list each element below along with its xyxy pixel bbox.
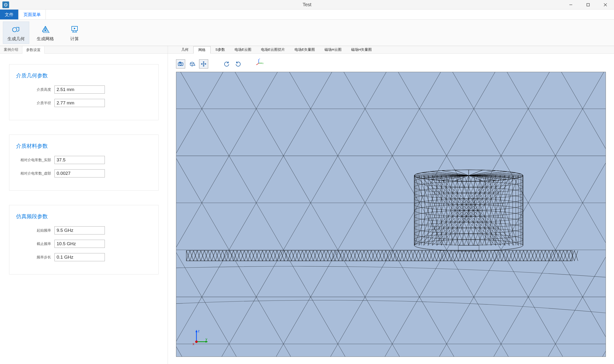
close-button[interactable] (597, 0, 614, 9)
param-label: 相对介电常数_实部 (16, 158, 55, 162)
param-row: 相对介电常数_虚部 (16, 169, 152, 177)
medium-height-input[interactable] (55, 86, 105, 94)
param-label: 起始频率 (16, 228, 55, 233)
pan-button[interactable] (199, 59, 208, 68)
viewer-tab-efield-slice[interactable]: 电场E云图切片 (256, 46, 290, 53)
left-tab-intro[interactable]: 案例介绍 (0, 46, 22, 53)
param-label: 频率步长 (16, 255, 55, 260)
menu-tab-page[interactable]: 页面菜单 (18, 10, 46, 19)
freq-step-input[interactable] (55, 253, 105, 261)
section-geometry: 介质几何参数 介质高度 介质半径 (9, 64, 159, 120)
minimize-button[interactable] (562, 0, 579, 9)
medium-radius-input[interactable] (55, 99, 105, 107)
viewer-body: z y x (168, 54, 614, 364)
window-controls (562, 0, 614, 9)
permittivity-real-input[interactable] (55, 156, 105, 164)
param-row: 起始频率 (16, 226, 152, 234)
ribbon-generate-geometry[interactable]: 生成几何 (3, 22, 29, 44)
param-row: 频率步长 (16, 253, 152, 261)
mesh-viewport[interactable]: z y x (176, 72, 606, 357)
svg-text:z: z (259, 58, 260, 60)
section-title: 仿真频段参数 (16, 213, 152, 220)
maximize-button[interactable] (579, 0, 597, 9)
svg-text:y: y (206, 337, 207, 341)
viewer-tab-efield-vector[interactable]: 电场E矢量图 (290, 46, 320, 53)
viewer-panel: 几何 网格 S参数 电场E云图 电场E云图切片 电场E矢量图 磁场H云图 磁场H… (168, 46, 614, 364)
param-row: 介质高度 (16, 86, 152, 94)
svg-point-11 (180, 63, 181, 65)
svg-rect-20 (176, 72, 606, 357)
ribbon: 生成几何 生成网格 计算 (0, 20, 614, 46)
ribbon-label: 生成几何 (7, 36, 25, 42)
param-label: 介质高度 (16, 87, 55, 92)
param-row: 介质半径 (16, 99, 152, 107)
section-title: 介质几何参数 (16, 72, 152, 79)
svg-line-17 (257, 63, 259, 65)
param-label: 截止频率 (16, 242, 55, 246)
viewer-tab-mesh[interactable]: 网格 (193, 46, 210, 54)
viewer-tab-hfield-vector[interactable]: 磁场H矢量图 (346, 46, 377, 53)
parameter-panel: 案例介绍 参数设置 介质几何参数 介质高度 介质半径 介质材料参数 相对介电常数… (0, 46, 168, 364)
camera-button[interactable] (176, 59, 185, 68)
generate-geometry-icon (11, 24, 21, 35)
freq-stop-input[interactable] (55, 240, 105, 248)
viewer-tab-efield-cloud[interactable]: 电场E云图 (230, 46, 256, 53)
param-label: 相对介电常数_虚部 (16, 171, 55, 176)
generate-mesh-icon (41, 24, 50, 35)
permittivity-imag-input[interactable] (55, 169, 105, 177)
menu-tab-file[interactable]: 文件 (0, 10, 18, 19)
window-titlebar: Test (0, 0, 614, 10)
compute-icon (70, 24, 79, 35)
rotate-cw-button[interactable] (234, 59, 243, 68)
svg-point-5 (13, 27, 17, 32)
ribbon-generate-mesh[interactable]: 生成网格 (32, 22, 58, 44)
viewer-tabs: 几何 网格 S参数 电场E云图 电场E云图切片 电场E矢量图 磁场H云图 磁场H… (168, 46, 614, 54)
parameter-form: 介质几何参数 介质高度 介质半径 介质材料参数 相对介电常数_实部 相对介电常数… (0, 54, 168, 364)
param-label: 介质半径 (16, 101, 55, 105)
menu-bar: 文件 页面菜单 (0, 10, 614, 20)
axis-triad: z y x (191, 328, 210, 347)
rotate-ccw-button[interactable] (222, 59, 231, 68)
ribbon-label: 生成网格 (37, 36, 54, 42)
main-content: 案例介绍 参数设置 介质几何参数 介质高度 介质半径 介质材料参数 相对介电常数… (0, 46, 614, 364)
svg-rect-2 (587, 3, 589, 6)
viewport-toolbar: z y x (176, 58, 606, 69)
viewer-tab-sparam[interactable]: S参数 (210, 46, 230, 53)
param-row: 截止频率 (16, 240, 152, 248)
left-tab-params[interactable]: 参数设置 (22, 46, 45, 54)
svg-point-25 (195, 340, 198, 343)
svg-text:y: y (263, 62, 264, 64)
left-tabs: 案例介绍 参数设置 (0, 46, 168, 54)
section-material: 介质材料参数 相对介电常数_实部 相对介电常数_虚部 (9, 135, 159, 191)
ribbon-compute[interactable]: 计算 (61, 22, 88, 44)
ribbon-label: 计算 (70, 36, 79, 42)
app-icon (2, 1, 9, 8)
section-title: 介质材料参数 (16, 143, 152, 150)
viewer-tab-geometry[interactable]: 几何 (177, 46, 193, 53)
param-row: 相对介电常数_实部 (16, 156, 152, 164)
svg-text:x: x (193, 342, 194, 346)
viewer-tab-hfield-cloud[interactable]: 磁场H云图 (320, 46, 346, 53)
section-frequency: 仿真频段参数 起始频率 截止频率 频率步长 (9, 205, 159, 274)
window-title: Test (303, 2, 312, 7)
view-cube-button[interactable] (188, 59, 197, 68)
svg-text:z: z (198, 329, 199, 333)
axis-orientation-button[interactable]: z y x (210, 59, 220, 68)
freq-start-input[interactable] (55, 226, 105, 234)
